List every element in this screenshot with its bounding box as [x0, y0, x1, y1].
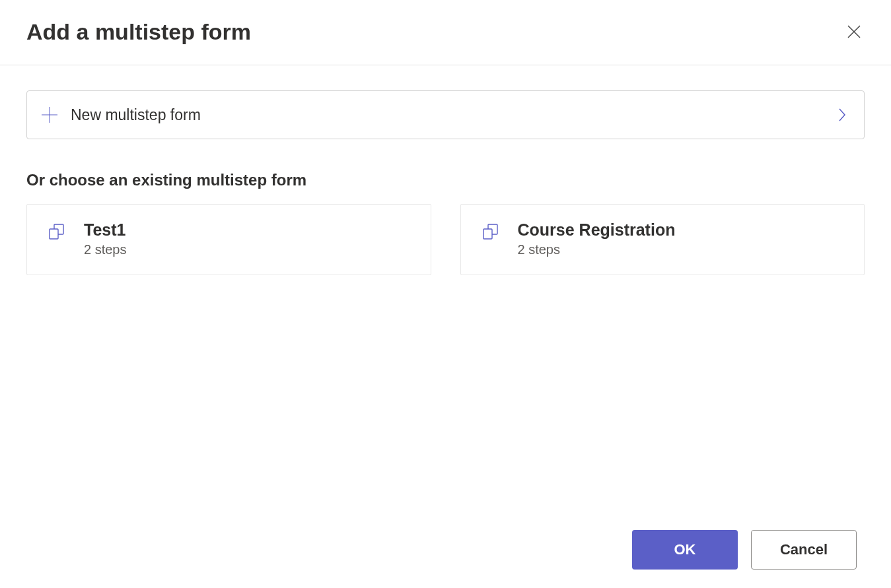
existing-forms-label: Or choose an existing multistep form [26, 171, 865, 189]
form-card[interactable]: Test1 2 steps [26, 204, 431, 275]
existing-forms-grid: Test1 2 steps Course Registration 2 step… [26, 204, 865, 275]
svg-rect-4 [50, 229, 58, 239]
plus-icon [40, 106, 59, 124]
form-card-body: Test1 2 steps [84, 220, 126, 257]
ok-button[interactable]: OK [632, 530, 738, 570]
form-card-steps: 2 steps [84, 242, 126, 257]
cancel-button[interactable]: Cancel [751, 530, 857, 570]
close-icon [846, 24, 862, 40]
close-button[interactable] [841, 18, 867, 45]
chevron-right-icon [838, 108, 847, 122]
new-multistep-form-button[interactable]: New multistep form [26, 90, 865, 139]
dialog-footer: OK Cancel [632, 530, 857, 570]
new-form-button-content: New multistep form [40, 106, 201, 124]
dialog-body: New multistep form Or choose an existing… [0, 65, 891, 288]
multistep-form-icon [481, 222, 501, 242]
new-form-label: New multistep form [71, 106, 201, 124]
form-card-title: Course Registration [518, 220, 676, 240]
form-card-body: Course Registration 2 steps [518, 220, 676, 257]
multistep-form-icon [47, 222, 67, 242]
dialog-header: Add a multistep form [0, 0, 891, 65]
form-card[interactable]: Course Registration 2 steps [460, 204, 865, 275]
form-card-title: Test1 [84, 220, 126, 240]
dialog-title: Add a multistep form [26, 19, 251, 45]
svg-rect-5 [483, 229, 492, 239]
form-card-steps: 2 steps [518, 242, 676, 257]
